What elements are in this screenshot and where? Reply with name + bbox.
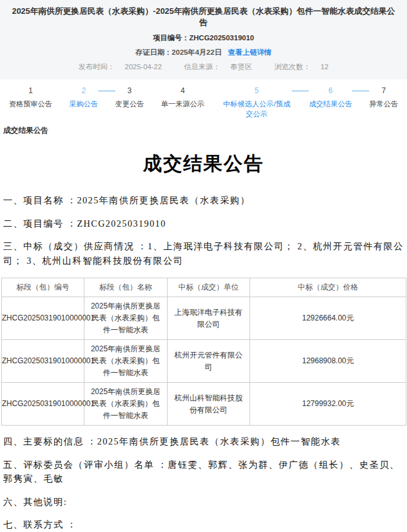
step-label: 变更公告 <box>115 99 144 110</box>
section-project-name: 一、项目名称 ：2025年南供所更换居民表（水表采购） <box>3 193 404 207</box>
step-procurement-announcement: 2 采购公告 <box>69 86 98 110</box>
publish-meta-line: 发布时间：2025-04-22 信息来源：奉贤区 浏览次数：12 <box>9 62 398 72</box>
publish-time: 发布时间：2025-04-22 <box>73 63 166 71</box>
step-number: 6 <box>328 86 333 96</box>
cell-winning-price: 12926664.00元 <box>250 297 406 340</box>
step-label[interactable]: 中标候选人公示/预成交公示 <box>221 99 292 119</box>
project-number-line: 项目编号：ZHCG20250319010 <box>9 33 398 43</box>
step-change-announcement: 3 变更公告 <box>115 86 144 110</box>
award-result-table: 标段（包）编号 标段（包）名称 中标（成交）单位 中标（成交）价格 ZHCG20… <box>1 278 406 426</box>
column-header-lot-name: 标段（包）名称 <box>84 278 168 297</box>
step-number: 2 <box>81 86 86 96</box>
step-number: 4 <box>181 86 185 96</box>
column-header-lot-code: 标段（包）编号 <box>2 278 84 297</box>
cell-lot-name: 2025年南供所更换居民表（水表采购）包件一智能水表 <box>84 297 168 340</box>
step-label: 单一来源公示 <box>161 99 204 110</box>
step-number: 5 <box>255 86 259 96</box>
table-row: ZHCG20250319010000001 2025年南供所更换居民表（水表采购… <box>2 340 406 383</box>
section-contact-heading: 七、联系方式 ： <box>3 518 404 531</box>
cell-winning-price: 12968908.00元 <box>250 340 406 383</box>
cell-winning-unit: 杭州开元管件有限公司 <box>168 340 250 383</box>
column-header-winning-unit: 中标（成交）单位 <box>168 278 250 297</box>
cell-winning-price: 12799932.00元 <box>250 383 406 426</box>
cell-lot-name: 2025年南供所更换居民表（水表采购）包件一智能水表 <box>84 340 168 383</box>
view-count: 浏览次数：12 <box>269 63 333 71</box>
step-number: 7 <box>382 86 386 96</box>
step-qualification-pre-review: 1 资格预审公告 <box>9 86 52 110</box>
step-number: 3 <box>127 86 132 96</box>
step-connector-line <box>98 91 115 91</box>
step-label[interactable]: 采购公告 <box>69 99 98 110</box>
step-label: 资格预审公告 <box>9 99 52 110</box>
section-other-notes: 六、其他说明: <box>3 495 404 509</box>
step-candidate-publicity: 5 中标候选人公示/预成交公示 <box>221 86 292 119</box>
step-single-source: 4 单一来源公示 <box>161 86 204 110</box>
step-connector <box>204 91 221 91</box>
cell-winning-unit: 上海珉洋电子科技有限公司 <box>168 297 250 340</box>
page-title: 2025年南供所更换居民表（水表采购）-2025年南供所更换居民表（水表采购）包… <box>9 6 398 28</box>
step-connector <box>52 91 69 91</box>
table-row: ZHCG20250319010000001 2025年南供所更换居民表（水表采购… <box>2 383 406 426</box>
table-header-row: 标段（包）编号 标段（包）名称 中标（成交）单位 中标（成交）价格 <box>2 278 406 297</box>
step-connector <box>144 91 161 91</box>
cell-lot-code: ZHCG20250319010000001 <box>2 340 84 383</box>
cell-lot-code: ZHCG20250319010000001 <box>2 383 84 426</box>
header-band: 2025年南供所更换居民表（水表采购）-2025年南供所更换居民表（水表采购）包… <box>0 0 407 79</box>
cert-date-label: 存证日期： <box>135 48 172 56</box>
step-abnormal-announcement: 7 异常公告 <box>369 86 398 110</box>
step-connector-line <box>352 91 369 91</box>
breadcrumb-section-label: 成交结果公告 <box>0 119 407 136</box>
step-label: 异常公告 <box>369 99 398 110</box>
table-row: ZHCG20250319010000001 2025年南供所更换居民表（水表采购… <box>2 297 406 340</box>
section-project-number: 二、项目编号 ：ZHCG20250319010 <box>3 217 404 230</box>
cell-lot-code: ZHCG20250319010000001 <box>2 297 84 340</box>
cell-lot-name: 2025年南供所更换居民表（水表采购）包件一智能水表 <box>84 383 168 426</box>
cell-winning-unit: 杭州山科智能科技股份有限公司 <box>168 383 250 426</box>
step-connector-line <box>292 91 309 91</box>
progress-stepper: 1 资格预审公告 2 采购公告 3 变更公告 4 单一来源公示 5 中标候选人公… <box>0 79 407 119</box>
cert-date-value: 2025年4月22日 <box>172 48 222 56</box>
announcement-title: 成交结果公告 <box>0 151 407 177</box>
column-header-winning-price: 中标（成交）价格 <box>250 278 406 297</box>
cert-date-line: 存证日期：2025年4月22日查看上链详情 <box>9 48 398 57</box>
section-evaluation-committee: 五、评标委员会（评审小组）名单 ：唐钰雯、郭辉、张为群、伊广德（组长）、史圣贝、… <box>3 458 404 486</box>
info-source: 信息来源：奉贤区 <box>179 63 257 71</box>
section-winning-suppliers: 三、中标（成交）供应商情况 ：1、上海珉洋电子科技有限公司； 2、杭州开元管件有… <box>3 239 404 268</box>
section-main-subject-info: 四、主要标的信息 ：2025年南供所更换居民表（水表采购）包件一智能水表 <box>3 434 404 448</box>
step-result-announcement: 6 成交结果公告 <box>309 86 352 110</box>
step-label[interactable]: 成交结果公告 <box>309 99 352 110</box>
project-number-value: ZHCG20250319010 <box>189 34 254 42</box>
project-number-label: 项目编号： <box>153 34 190 42</box>
view-chain-details-link[interactable]: 查看上链详情 <box>228 48 272 56</box>
step-number: 1 <box>28 86 33 96</box>
